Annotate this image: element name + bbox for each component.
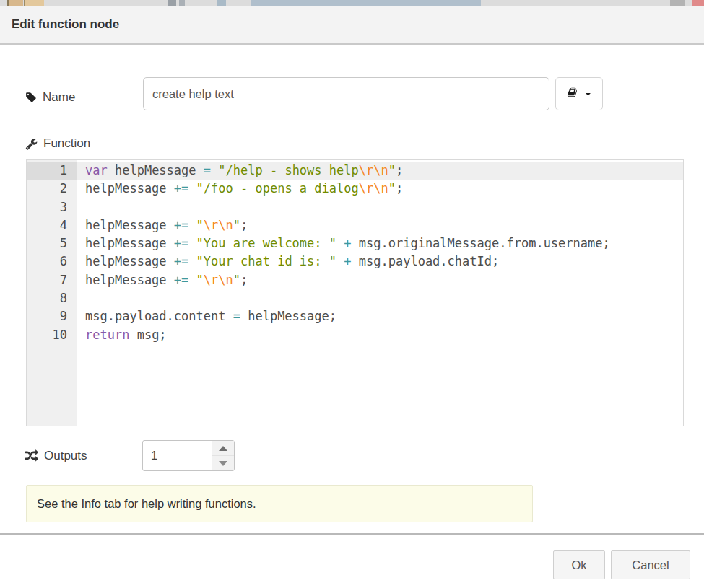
gutter-line-number: 10 <box>27 326 77 344</box>
backdrop-node <box>24 0 44 6</box>
spinner-down-button[interactable] <box>212 456 234 470</box>
outputs-label-text: Outputs <box>44 449 87 463</box>
code-line: helpMessage += "/foo - opens a dialog\r\… <box>85 180 683 198</box>
code-line: helpMessage += "Your chat id is: " + msg… <box>85 253 683 271</box>
shuffle-icon <box>25 449 38 462</box>
editor-code[interactable]: var helpMessage = "/help - shows help\r\… <box>77 160 683 426</box>
gutter-line-number: 9 <box>27 307 77 325</box>
dialog-titlebar: Edit function node <box>0 6 704 45</box>
outputs-value[interactable]: 1 <box>151 441 157 470</box>
gutter-line-number: 1 <box>27 162 77 180</box>
form-tip: See the Info tab for help writing functi… <box>26 485 533 522</box>
name-input[interactable] <box>143 77 549 110</box>
gutter-line-number: 5 <box>27 234 77 253</box>
code-line: helpMessage += "\r\n"; <box>85 216 683 234</box>
editor-gutter: 12345678910 <box>27 160 77 426</box>
outputs-spinner[interactable]: 1 <box>142 440 235 471</box>
footer-divider <box>0 533 704 535</box>
gutter-line-number: 8 <box>27 289 77 307</box>
code-line <box>85 198 683 216</box>
code-line: helpMessage += "\r\n"; <box>85 271 683 289</box>
spinner-up-button[interactable] <box>212 441 234 456</box>
form-tip-text: See the Info tab for help writing functi… <box>37 486 532 522</box>
backdrop-node <box>692 0 704 6</box>
backdrop-node <box>7 0 23 6</box>
backdrop-node <box>217 0 226 6</box>
ok-button[interactable]: Ok <box>553 550 605 579</box>
backdrop-bar <box>251 0 481 6</box>
gutter-line-number: 4 <box>27 216 77 234</box>
wrench-icon <box>25 138 38 150</box>
library-button[interactable] <box>555 77 603 110</box>
function-label: Function <box>25 133 90 154</box>
code-line: var helpMessage = "/help - shows help\r\… <box>77 162 683 180</box>
gutter-line-number: 7 <box>27 271 77 289</box>
code-line: msg.payload.content = helpMessage; <box>85 307 683 325</box>
gutter-line-number: 2 <box>27 180 77 198</box>
gutter-line-number: 3 <box>27 198 77 216</box>
backdrop-node <box>168 0 176 6</box>
outputs-label: Outputs <box>25 444 87 468</box>
caret-down-icon <box>584 90 592 98</box>
backdrop-node <box>179 0 185 6</box>
name-label-text: Name <box>43 90 75 105</box>
edit-function-node-dialog: Edit function node Name Function 1234567… <box>0 6 704 588</box>
function-label-text: Function <box>43 136 90 151</box>
canvas-backdrop <box>0 0 704 6</box>
name-label: Name <box>25 81 75 114</box>
arrow-down-icon <box>219 461 227 466</box>
spinner-buttons <box>212 441 234 470</box>
backdrop-node <box>670 0 685 6</box>
book-icon <box>567 87 580 100</box>
cancel-button[interactable]: Cancel <box>611 550 690 579</box>
dialog-title: Edit function node <box>12 6 119 43</box>
code-line: return msg; <box>85 326 683 344</box>
gutter-line-number: 6 <box>27 253 77 271</box>
code-line <box>85 289 683 307</box>
arrow-up-icon <box>219 446 227 451</box>
code-line: helpMessage += "You are welcome: " + msg… <box>85 234 683 253</box>
tag-icon <box>25 92 37 103</box>
code-editor[interactable]: 12345678910 var helpMessage = "/help - s… <box>26 159 684 426</box>
